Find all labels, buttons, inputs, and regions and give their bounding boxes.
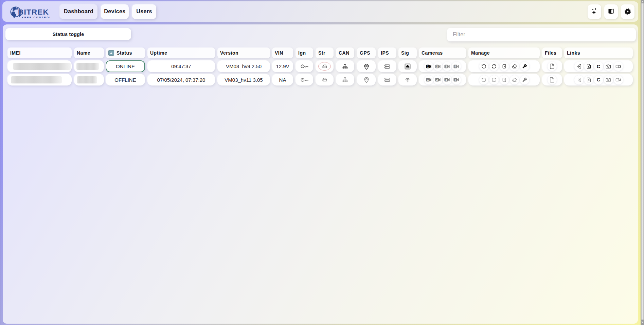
svg-text:3: 3 — [445, 65, 447, 68]
svg-text:KEEP CONTROL: KEEP CONTROL — [22, 16, 52, 19]
svg-text:BITREK: BITREK — [18, 8, 49, 16]
svg-text:2: 2 — [436, 65, 438, 68]
svg-text:1: 1 — [427, 65, 429, 68]
svg-text:1: 1 — [427, 78, 429, 81]
svg-text:4: 4 — [454, 78, 456, 81]
svg-text:2: 2 — [436, 78, 438, 81]
svg-text:3: 3 — [445, 78, 447, 81]
svg-text:4: 4 — [454, 65, 456, 68]
